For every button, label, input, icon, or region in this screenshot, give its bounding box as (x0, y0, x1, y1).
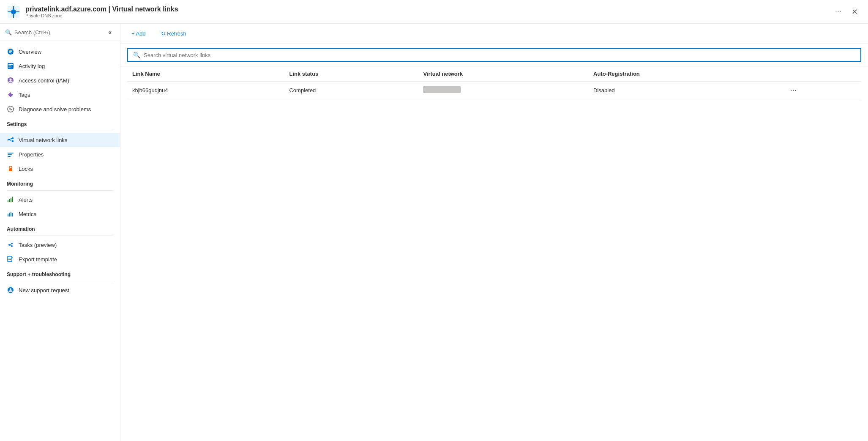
sidebar-item-metrics[interactable]: Metrics (0, 207, 120, 221)
app-logo (7, 5, 20, 19)
overview-icon (7, 48, 14, 55)
sidebar-item-alerts-label: Alerts (19, 197, 33, 203)
toolbar: + Add ↻ Refresh (120, 24, 868, 44)
sidebar-item-iam[interactable]: Access control (IAM) (0, 73, 120, 88)
automation-section-header: Automation (0, 221, 120, 234)
sidebar-item-overview[interactable]: Overview (0, 44, 120, 59)
svg-point-1 (11, 9, 16, 14)
cell-link-status: Completed (284, 82, 418, 99)
svg-rect-19 (12, 137, 14, 139)
svg-point-35 (8, 244, 10, 246)
svg-line-21 (9, 138, 12, 140)
sidebar-item-tags-label: Tags (19, 92, 30, 98)
metrics-icon (7, 210, 14, 218)
svg-rect-28 (9, 199, 10, 202)
vnet-search-input[interactable] (144, 52, 855, 58)
sidebar-item-new-support-label: New support request (19, 287, 69, 293)
svg-rect-29 (11, 198, 11, 202)
page-subtitle: Private DNS zone (25, 13, 832, 18)
svg-rect-26 (9, 168, 12, 171)
sidebar-item-export-template[interactable]: Export template (0, 252, 120, 266)
row-more-button[interactable]: ··· (787, 85, 800, 95)
sidebar-item-diagnose[interactable]: Diagnose and solve problems (0, 102, 120, 116)
col-header-auto-registration: Auto-Registration (588, 66, 782, 82)
svg-rect-8 (9, 50, 12, 51)
title-bar: privatelink.adf.azure.com | Virtual netw… (0, 0, 868, 24)
add-button[interactable]: + Add (127, 28, 150, 39)
svg-rect-40 (8, 256, 12, 262)
sidebar-item-tags[interactable]: Tags (0, 88, 120, 102)
support-divider (7, 281, 113, 281)
cell-virtual-network (418, 82, 588, 99)
alerts-icon (7, 196, 14, 203)
svg-rect-27 (8, 200, 8, 202)
sidebar-item-diagnose-label: Diagnose and solve problems (19, 106, 91, 112)
diagnose-icon (7, 105, 14, 113)
main-layout: 🔍 « Overview Activity log (0, 24, 868, 441)
sidebar-collapse-button[interactable]: « (105, 27, 115, 37)
more-options-icon[interactable]: ··· (832, 5, 845, 18)
support-section-header: Support + troubleshooting (0, 266, 120, 279)
sidebar-item-alerts[interactable]: Alerts (0, 192, 120, 207)
cell-link-name: khjb66guqjnu4 (127, 82, 284, 99)
svg-rect-12 (8, 66, 11, 66)
svg-rect-31 (8, 214, 8, 216)
virtual-network-redacted (423, 86, 461, 93)
vnetlinks-icon (7, 136, 14, 144)
sidebar-item-activity-log[interactable]: Activity log (0, 59, 120, 73)
svg-point-37 (11, 245, 13, 247)
sidebar-item-new-support[interactable]: New support request (0, 283, 120, 297)
sidebar-item-virtual-network-links[interactable]: Virtual network links (0, 133, 120, 147)
close-icon[interactable]: ✕ (848, 5, 861, 18)
svg-rect-41 (8, 258, 11, 258)
col-header-link-name: Link Name (127, 66, 284, 82)
table-container: Link Name Link status Virtual network Au… (120, 66, 868, 441)
sidebar-item-properties[interactable]: Properties (0, 147, 120, 162)
svg-rect-11 (8, 64, 13, 65)
sidebar-search-input[interactable] (14, 29, 102, 36)
sidebar-item-vnetlinks-label: Virtual network links (19, 137, 67, 143)
svg-point-15 (10, 79, 12, 81)
refresh-button[interactable]: ↻ Refresh (157, 28, 191, 39)
main-content: + Add ↻ Refresh 🔍 Link Name Link status … (120, 24, 868, 441)
automation-divider (7, 236, 113, 236)
svg-point-44 (10, 288, 11, 290)
svg-rect-20 (12, 140, 14, 142)
svg-rect-42 (8, 259, 11, 260)
sidebar-item-locks[interactable]: Locks (0, 162, 120, 176)
svg-rect-9 (9, 52, 11, 53)
search-icon: 🔍 (133, 52, 140, 58)
col-header-link-status: Link status (284, 66, 418, 82)
sidebar-item-overview-label: Overview (19, 49, 41, 55)
sidebar-item-iam-label: Access control (IAM) (19, 77, 69, 84)
vnet-links-table: Link Name Link status Virtual network Au… (127, 66, 861, 99)
svg-line-22 (9, 140, 12, 141)
svg-rect-34 (12, 213, 13, 216)
svg-rect-24 (8, 154, 12, 155)
vnet-search-bar: 🔍 (127, 48, 861, 62)
svg-rect-33 (11, 212, 11, 216)
sidebar-item-locks-label: Locks (19, 166, 33, 172)
col-header-virtual-network: Virtual network (418, 66, 588, 82)
sidebar-nav: Overview Activity log Access control (IA… (0, 41, 120, 441)
search-icon: 🔍 (5, 29, 12, 36)
settings-section-header: Settings (0, 116, 120, 129)
sidebar-item-tasks-label: Tasks (preview) (19, 242, 57, 248)
monitoring-section-header: Monitoring (0, 176, 120, 189)
search-bar-wrapper: 🔍 (120, 44, 868, 66)
activity-log-icon (7, 62, 14, 70)
sidebar: 🔍 « Overview Activity log (0, 24, 120, 441)
properties-icon (7, 151, 14, 158)
locks-icon (7, 165, 14, 173)
sidebar-item-activity-log-label: Activity log (19, 63, 45, 69)
svg-rect-13 (8, 67, 11, 68)
svg-point-36 (11, 243, 13, 244)
col-header-actions (782, 66, 861, 82)
table-row: khjb66guqjnu4 Completed Disabled ··· (127, 82, 861, 99)
monitoring-divider (7, 190, 113, 191)
new-support-icon (7, 286, 14, 294)
title-actions: ··· ✕ (832, 5, 861, 18)
page-title: privatelink.adf.azure.com | Virtual netw… (25, 5, 832, 13)
sidebar-item-tasks[interactable]: Tasks (preview) (0, 238, 120, 252)
cell-auto-registration: Disabled (588, 82, 782, 99)
